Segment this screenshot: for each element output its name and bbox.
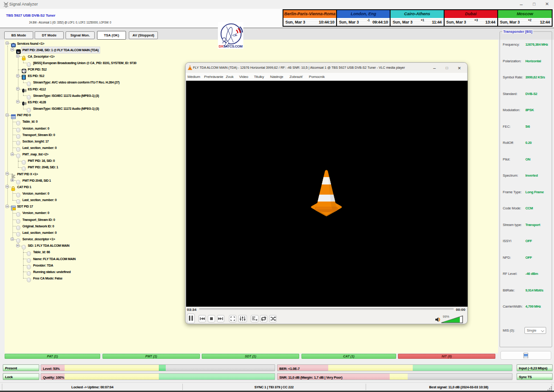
svg-text:tv: tv <box>17 50 20 53</box>
